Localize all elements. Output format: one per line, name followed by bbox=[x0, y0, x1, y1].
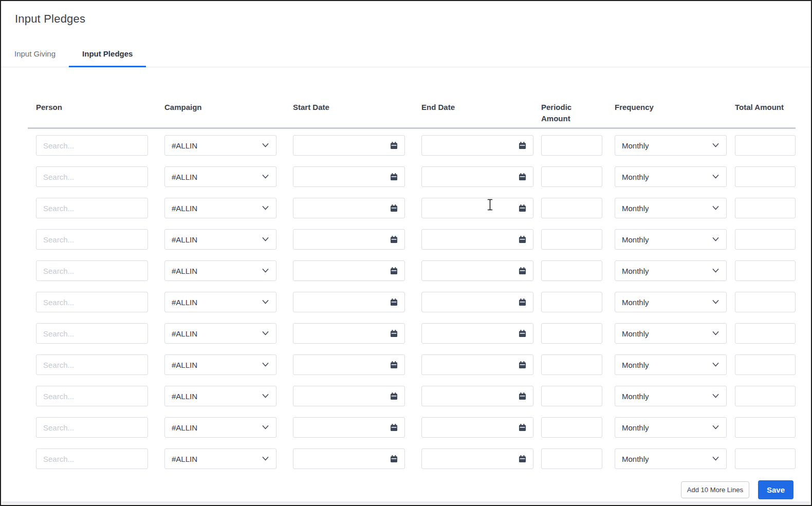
calendar-icon[interactable] bbox=[519, 142, 526, 149]
person-search-input[interactable] bbox=[36, 448, 148, 469]
campaign-select[interactable]: #ALLIN bbox=[164, 386, 276, 406]
frequency-select[interactable]: Monthly bbox=[615, 386, 727, 406]
frequency-select-control[interactable]: Monthly bbox=[615, 355, 726, 374]
person-search-input[interactable] bbox=[36, 323, 148, 344]
campaign-select-control[interactable]: #ALLIN bbox=[165, 198, 276, 218]
campaign-select[interactable]: #ALLIN bbox=[164, 198, 276, 218]
start-date-input[interactable] bbox=[293, 141, 390, 150]
total-amount-input[interactable] bbox=[735, 260, 796, 281]
frequency-select[interactable]: Monthly bbox=[615, 448, 727, 469]
end-date-input[interactable] bbox=[422, 423, 519, 432]
campaign-select-control[interactable]: #ALLIN bbox=[165, 355, 276, 374]
campaign-select-control[interactable]: #ALLIN bbox=[165, 167, 276, 186]
campaign-select-control[interactable]: #ALLIN bbox=[165, 449, 276, 468]
frequency-select-control[interactable]: Monthly bbox=[615, 418, 726, 437]
frequency-select[interactable]: Monthly bbox=[615, 354, 727, 375]
frequency-select-control[interactable]: Monthly bbox=[615, 449, 726, 468]
start-date-input[interactable] bbox=[293, 173, 390, 181]
calendar-icon[interactable] bbox=[519, 392, 526, 400]
calendar-icon[interactable] bbox=[519, 455, 526, 463]
tab-input-pledges[interactable]: Input Pledges bbox=[69, 43, 146, 67]
periodic-amount-input[interactable] bbox=[541, 135, 602, 156]
calendar-icon[interactable] bbox=[390, 267, 398, 275]
campaign-select-control[interactable]: #ALLIN bbox=[165, 418, 276, 437]
calendar-icon[interactable] bbox=[390, 142, 398, 149]
total-amount-input[interactable] bbox=[735, 135, 796, 156]
horizontal-scrollbar[interactable] bbox=[2, 501, 810, 504]
total-amount-input[interactable] bbox=[735, 323, 796, 344]
total-amount-input[interactable] bbox=[735, 448, 796, 469]
frequency-select[interactable]: Monthly bbox=[615, 135, 727, 156]
campaign-select[interactable]: #ALLIN bbox=[164, 448, 276, 469]
person-search-input[interactable] bbox=[36, 292, 148, 312]
person-search-input[interactable] bbox=[36, 354, 148, 375]
periodic-amount-input[interactable] bbox=[541, 448, 602, 469]
calendar-icon[interactable] bbox=[390, 361, 398, 369]
person-search-input[interactable] bbox=[36, 386, 148, 406]
start-date-input[interactable] bbox=[293, 329, 390, 338]
calendar-icon[interactable] bbox=[519, 236, 526, 243]
frequency-select-control[interactable]: Monthly bbox=[615, 386, 726, 406]
end-date-input[interactable] bbox=[422, 329, 519, 338]
calendar-icon[interactable] bbox=[390, 204, 398, 212]
periodic-amount-input[interactable] bbox=[541, 260, 602, 281]
calendar-icon[interactable] bbox=[390, 236, 398, 243]
total-amount-input[interactable] bbox=[735, 354, 796, 375]
frequency-select[interactable]: Monthly bbox=[615, 166, 727, 187]
calendar-icon[interactable] bbox=[390, 424, 398, 432]
person-search-input[interactable] bbox=[36, 166, 148, 187]
frequency-select[interactable]: Monthly bbox=[615, 323, 727, 344]
frequency-select-control[interactable]: Monthly bbox=[615, 136, 726, 155]
start-date-input[interactable] bbox=[293, 204, 390, 213]
calendar-icon[interactable] bbox=[519, 424, 526, 432]
frequency-select-control[interactable]: Monthly bbox=[615, 167, 726, 186]
calendar-icon[interactable] bbox=[519, 173, 526, 181]
save-button[interactable]: Save bbox=[758, 480, 793, 499]
calendar-icon[interactable] bbox=[519, 204, 526, 212]
periodic-amount-input[interactable] bbox=[541, 229, 602, 250]
periodic-amount-input[interactable] bbox=[541, 166, 602, 187]
person-search-input[interactable] bbox=[36, 417, 148, 438]
start-date-input[interactable] bbox=[293, 267, 390, 275]
campaign-select-control[interactable]: #ALLIN bbox=[165, 292, 276, 312]
frequency-select-control[interactable]: Monthly bbox=[615, 261, 726, 280]
campaign-select[interactable]: #ALLIN bbox=[164, 292, 276, 312]
person-search-input[interactable] bbox=[36, 198, 148, 218]
start-date-input[interactable] bbox=[293, 455, 390, 463]
calendar-icon[interactable] bbox=[519, 298, 526, 306]
frequency-select[interactable]: Monthly bbox=[615, 260, 727, 281]
person-search-input[interactable] bbox=[36, 260, 148, 281]
frequency-select[interactable]: Monthly bbox=[615, 198, 727, 218]
frequency-select[interactable]: Monthly bbox=[615, 417, 727, 438]
periodic-amount-input[interactable] bbox=[541, 292, 602, 312]
start-date-input[interactable] bbox=[293, 392, 390, 401]
end-date-input[interactable] bbox=[422, 235, 519, 244]
frequency-select-control[interactable]: Monthly bbox=[615, 292, 726, 312]
calendar-icon[interactable] bbox=[390, 330, 398, 338]
frequency-select[interactable]: Monthly bbox=[615, 292, 727, 312]
total-amount-input[interactable] bbox=[735, 292, 796, 312]
add-10-more-lines-button[interactable]: Add 10 More Lines bbox=[681, 481, 749, 498]
frequency-select[interactable]: Monthly bbox=[615, 229, 727, 250]
calendar-icon[interactable] bbox=[390, 392, 398, 400]
end-date-input[interactable] bbox=[422, 173, 519, 181]
calendar-icon[interactable] bbox=[519, 330, 526, 338]
start-date-input[interactable] bbox=[293, 423, 390, 432]
periodic-amount-input[interactable] bbox=[541, 198, 602, 218]
start-date-input[interactable] bbox=[293, 298, 390, 307]
campaign-select[interactable]: #ALLIN bbox=[164, 323, 276, 344]
end-date-input[interactable] bbox=[422, 455, 519, 463]
end-date-input[interactable] bbox=[422, 361, 519, 369]
total-amount-input[interactable] bbox=[735, 417, 796, 438]
total-amount-input[interactable] bbox=[735, 229, 796, 250]
campaign-select-control[interactable]: #ALLIN bbox=[165, 324, 276, 343]
periodic-amount-input[interactable] bbox=[541, 386, 602, 406]
end-date-input[interactable] bbox=[422, 204, 519, 213]
campaign-select-control[interactable]: #ALLIN bbox=[165, 386, 276, 406]
start-date-input[interactable] bbox=[293, 361, 390, 369]
periodic-amount-input[interactable] bbox=[541, 323, 602, 344]
frequency-select-control[interactable]: Monthly bbox=[615, 230, 726, 249]
campaign-select[interactable]: #ALLIN bbox=[164, 229, 276, 250]
frequency-select-control[interactable]: Monthly bbox=[615, 324, 726, 343]
campaign-select[interactable]: #ALLIN bbox=[164, 417, 276, 438]
